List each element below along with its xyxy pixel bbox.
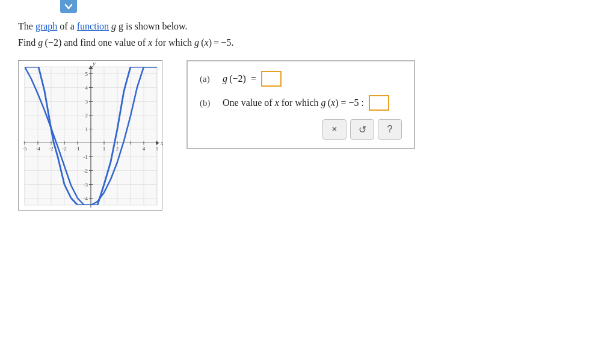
- svg-text:2: 2: [116, 146, 119, 152]
- part-a-equation: g (−2) =: [223, 71, 282, 87]
- answer-row-a: (a) g (−2) =: [200, 71, 402, 87]
- part-a-g: g (−2) =: [223, 73, 259, 84]
- svg-text:-3: -3: [84, 182, 88, 188]
- problem-line2: Find g (−2) and find one value of x for …: [18, 34, 598, 51]
- svg-text:4: 4: [143, 146, 146, 152]
- undo-button[interactable]: ↺: [350, 119, 374, 140]
- main-content: x y -5 -4 -2 -2 -1 1 2: [18, 60, 598, 211]
- svg-text:-5: -5: [22, 146, 27, 152]
- graph-link[interactable]: graph: [35, 21, 57, 31]
- line1-pre: The: [18, 21, 35, 31]
- svg-text:-4: -4: [84, 196, 88, 202]
- part-b-text: One value of x for which g (x) = −5 :: [223, 97, 366, 108]
- graph-container: x y -5 -4 -2 -2 -1 1 2: [18, 60, 162, 211]
- line1-post: g is shown below.: [116, 21, 188, 31]
- line2-arg: (−2): [45, 37, 62, 48]
- line2-pre: Find g: [18, 37, 45, 48]
- svg-text:-1: -1: [84, 154, 88, 160]
- svg-marker-25: [156, 141, 159, 145]
- help-button[interactable]: ?: [378, 119, 402, 140]
- line1-mid: of a: [57, 21, 76, 31]
- chevron-button[interactable]: [60, 0, 77, 13]
- function-link[interactable]: function: [77, 21, 109, 31]
- answer-panel: (a) g (−2) = (b) One value of x for whic…: [186, 60, 415, 149]
- problem-text-container: The graph of a function g g is shown bel…: [18, 18, 598, 51]
- svg-text:-2: -2: [62, 146, 67, 152]
- svg-text:1: 1: [103, 146, 106, 152]
- svg-text:-1: -1: [75, 146, 80, 152]
- svg-text:y: y: [92, 61, 96, 67]
- svg-text:4: 4: [85, 85, 88, 91]
- action-buttons: × ↺ ?: [200, 119, 402, 140]
- line1-g: g: [109, 21, 116, 31]
- problem-line1: The graph of a function g g is shown bel…: [18, 18, 598, 34]
- svg-text:-4: -4: [35, 146, 40, 152]
- svg-text:-2: -2: [84, 168, 88, 174]
- graph-svg: x y -5 -4 -2 -2 -1 1 2: [19, 61, 163, 211]
- svg-text:1: 1: [85, 126, 88, 132]
- part-b-equation: One value of x for which g (x) = −5 :: [223, 95, 389, 111]
- part-b-input[interactable]: [369, 95, 389, 111]
- line2-end: = −5.: [212, 37, 233, 48]
- svg-text:2: 2: [85, 113, 88, 119]
- part-b-label: (b): [200, 98, 218, 108]
- line2-mid: and find one value of x for which g: [61, 37, 201, 48]
- svg-text:5: 5: [85, 71, 88, 77]
- svg-text:3: 3: [85, 99, 88, 105]
- line2-arg2: (x): [201, 37, 212, 48]
- part-a-label: (a): [200, 74, 218, 84]
- part-a-input[interactable]: [261, 71, 282, 87]
- svg-text:x: x: [160, 139, 163, 146]
- svg-text:-2: -2: [49, 146, 54, 152]
- cross-button[interactable]: ×: [322, 119, 346, 140]
- svg-text:5: 5: [156, 146, 159, 152]
- answer-row-b: (b) One value of x for which g (x) = −5 …: [200, 95, 402, 111]
